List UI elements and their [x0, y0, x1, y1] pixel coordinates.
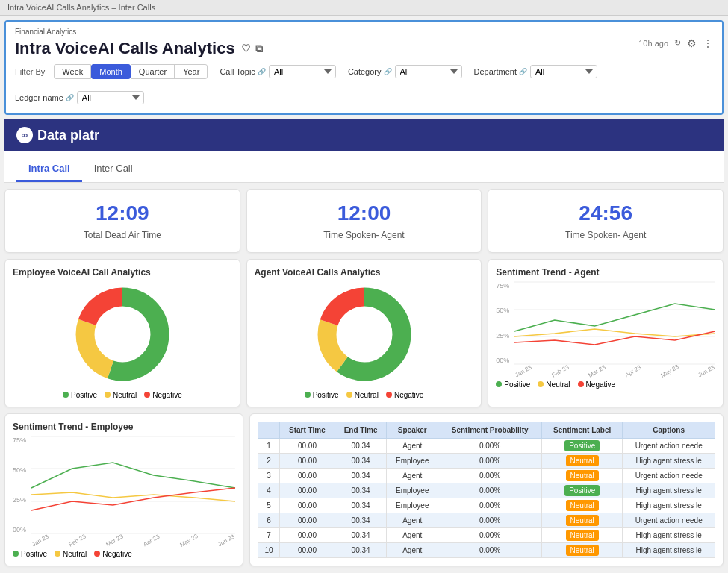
dashboard-container: Financial Analytics Intra VoiceAI Calls …	[4, 20, 724, 115]
sentiment-trend-agent-legend: Positive Neutral Negative	[496, 381, 715, 389]
y-label-75: 75%	[496, 282, 509, 289]
cell-caption: High agent stress le	[623, 454, 715, 469]
x-emp-may23: May 23	[178, 533, 199, 548]
y-axis-employee: 75% 50% 25% 00%	[13, 436, 28, 533]
cell-start-time: 00.00	[279, 498, 335, 513]
heart-icon[interactable]: ♡	[241, 43, 251, 54]
category-info-icon: 🔗	[384, 68, 392, 75]
y-label-50: 50%	[496, 307, 509, 314]
filter-settings-icon[interactable]: ⚙	[687, 37, 697, 49]
sentiment-trend-agent-title: Sentiment Trend - Agent	[496, 267, 715, 278]
kpi-time-spoken-agent2-value: 24:56	[500, 201, 711, 225]
nav-logo: ∞ Data platr	[16, 127, 99, 143]
employee-donut-card: Employee VoiceAI Call Analytics Positive…	[4, 259, 240, 407]
y-emp-25: 25%	[13, 496, 26, 504]
time-filter-group: Week Month Quarter Year	[54, 64, 208, 79]
year-filter-btn[interactable]: Year	[175, 64, 208, 79]
table-row: 7 00.00 00.34 Agent 0.00% Neutral High a…	[258, 528, 715, 543]
department-info-icon: 🔗	[519, 68, 527, 75]
cell-caption: High agent stress le	[623, 543, 715, 558]
emp-legend-neutral: Neutral	[55, 550, 87, 558]
nav-logo-icon: ∞	[16, 127, 33, 143]
ledger-filter: Ledger name 🔗 All	[15, 91, 144, 104]
department-filter: Department 🔗 All	[474, 65, 597, 78]
sentiment-trend-employee-card: Sentiment Trend - Employee 75% 50% 25% 0…	[4, 413, 243, 566]
ledger-select[interactable]: All	[77, 91, 144, 104]
x-labels-agent: Jan 23 Feb 23 Mar 23 Apr 23 May 23 Jun 2…	[514, 368, 715, 375]
cell-sentiment-prob: 0.00%	[438, 543, 542, 558]
legend-negative-trend: Negative	[578, 381, 615, 389]
line-chart-agent-area: Jan 23 Feb 23 Mar 23 Apr 23 May 23 Jun 2…	[514, 282, 715, 375]
dashboard-meta: 10h ago ↻ ⚙ ⋮	[638, 37, 713, 49]
logo-symbol: ∞	[22, 130, 28, 140]
kpi-time-spoken-agent2: 24:56 Time Spoken- Agent	[488, 189, 724, 253]
quarter-filter-btn[interactable]: Quarter	[131, 64, 175, 79]
table-header-row: Start Time End Time Speaker Sentiment Pr…	[258, 422, 715, 439]
table-row: 4 00.00 00.34 Employee 0.00% Positive Hi…	[258, 483, 715, 498]
refresh-icon[interactable]: ↻	[674, 38, 681, 48]
cell-speaker: Employee	[387, 498, 438, 513]
cell-start-time: 00.00	[279, 528, 335, 543]
cell-id: 5	[258, 498, 280, 513]
cell-sentiment-label: Neutral	[542, 513, 623, 528]
cell-sentiment-label: Positive	[542, 483, 623, 498]
agent-donut-card: Agent VoiceAI Calls Analytics Positive N…	[246, 259, 482, 407]
col-end-time: End Time	[335, 422, 386, 439]
y-label-00: 00%	[496, 357, 509, 364]
department-select[interactable]: All	[530, 65, 597, 78]
cell-speaker: Agent	[387, 543, 438, 558]
cell-sentiment-prob: 0.00%	[438, 454, 542, 469]
menu-icon[interactable]: ⋮	[703, 37, 713, 49]
ledger-info-icon: 🔗	[66, 94, 74, 101]
sentiment-trend-agent-card: Sentiment Trend - Agent 75% 50% 25% 00%	[488, 259, 724, 407]
sentiment-table: Start Time End Time Speaker Sentiment Pr…	[258, 422, 715, 558]
table-header: Start Time End Time Speaker Sentiment Pr…	[258, 422, 715, 439]
sentiment-trend-employee-svg	[31, 436, 235, 533]
legend-neutral-agent: Neutral	[346, 391, 379, 399]
sentiment-badge: Neutral	[566, 530, 599, 541]
table-row: 1 00.00 00.34 Agent 0.00% Positive Urgen…	[258, 439, 715, 454]
cell-sentiment-label: Neutral	[542, 454, 623, 469]
employee-donut-container: Positive Neutral Negative	[13, 282, 232, 399]
x-emp-mar23: Mar 23	[105, 533, 124, 548]
cell-sentiment-label: Neutral	[542, 498, 623, 513]
x-labels-employee: Jan 23 Feb 23 Mar 23 Apr 23 May 23 Jun 2…	[31, 537, 235, 544]
cell-end-time: 00.34	[335, 543, 386, 558]
cell-sentiment-prob: 0.00%	[438, 528, 542, 543]
cell-end-time: 00.34	[335, 454, 386, 469]
cell-sentiment-prob: 0.00%	[438, 498, 542, 513]
col-captions: Captions	[623, 422, 715, 439]
legend-positive-agent: Positive	[305, 391, 339, 399]
call-topic-select[interactable]: All	[269, 65, 336, 78]
legend-neutral: Neutral	[105, 391, 137, 399]
cell-sentiment-label: Positive	[542, 439, 623, 454]
call-topic-filter: Call Topic 🔗 All	[220, 65, 336, 78]
cell-end-time: 00.34	[335, 469, 386, 483]
y-label-25: 25%	[496, 332, 509, 339]
cell-speaker: Employee	[387, 483, 438, 498]
tab-inter-call[interactable]: Inter Call	[82, 157, 145, 182]
week-filter-btn[interactable]: Week	[54, 64, 91, 79]
kpi-time-spoken-agent-label: Time Spoken- Agent	[259, 230, 470, 240]
sentiment-badge: Neutral	[566, 470, 599, 481]
col-id	[258, 422, 280, 439]
kpi-time-spoken-agent: 12:00 Time Spoken- Agent	[246, 189, 482, 253]
tabs-row: Intra Call Inter Call	[4, 151, 724, 183]
call-topic-info-icon: 🔗	[258, 68, 266, 75]
cell-caption: Urgent action neede	[623, 513, 715, 528]
table-row: 10 00.00 00.34 Agent 0.00% Neutral High …	[258, 543, 715, 558]
month-filter-btn[interactable]: Month	[91, 64, 131, 79]
y-emp-75: 75%	[13, 436, 26, 444]
sentiment-trend-agent-chart-wrapper: 75% 50% 25% 00%	[496, 282, 715, 375]
copy-icon[interactable]: ⧉	[255, 43, 263, 55]
tab-intra-call[interactable]: Intra Call	[16, 157, 82, 182]
dashboard-header: Financial Analytics Intra VoiceAI Calls …	[15, 28, 713, 58]
category-select[interactable]: All	[395, 65, 462, 78]
kpi-dead-air-value: 12:09	[17, 201, 228, 225]
cell-end-time: 00.34	[335, 513, 386, 528]
cell-id: 6	[258, 513, 280, 528]
col-speaker: Speaker	[387, 422, 438, 439]
employee-donut-title: Employee VoiceAI Call Analytics	[13, 267, 232, 278]
kpi-dead-air: 12:09 Total Dead Air Time	[4, 189, 240, 253]
employee-donut-legend: Positive Neutral Negative	[63, 391, 182, 399]
